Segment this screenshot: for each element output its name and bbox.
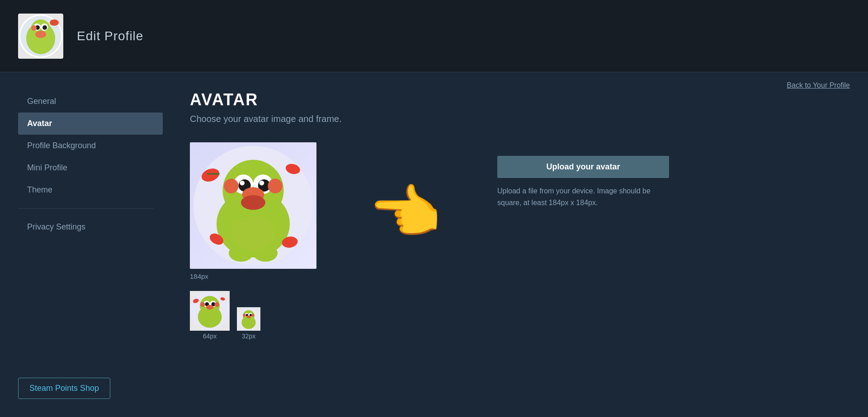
sidebar-nav: General Avatar Profile Background Mini P… <box>18 90 163 238</box>
svg-point-53 <box>251 314 254 317</box>
svg-point-31 <box>232 216 275 250</box>
header-avatar <box>18 14 63 59</box>
svg-point-10 <box>50 19 59 26</box>
steam-points-shop-button[interactable]: Steam Points Shop <box>18 378 110 399</box>
page-title: Edit Profile <box>77 29 143 43</box>
avatar-64-item: 64px <box>190 291 230 340</box>
svg-point-22 <box>224 179 238 193</box>
svg-point-8 <box>35 31 46 38</box>
svg-point-40 <box>200 302 205 307</box>
svg-point-9 <box>31 25 37 31</box>
svg-point-39 <box>206 305 213 310</box>
svg-point-19 <box>259 181 264 186</box>
svg-point-52 <box>243 314 246 317</box>
avatar-small-previews: 64px <box>190 291 260 340</box>
sidebar-item-general[interactable]: General <box>18 90 163 112</box>
back-to-profile-link[interactable]: Back to Your Profile <box>787 81 850 89</box>
avatar-pointer-area: 👉 <box>344 142 470 247</box>
header-avatar-image <box>18 14 63 59</box>
avatar-32-item: 32px <box>237 307 260 340</box>
sidebar-bottom: Steam Points Shop <box>18 378 163 399</box>
avatar-preview-64 <box>190 291 230 331</box>
upload-avatar-button[interactable]: Upload your avatar <box>497 156 669 178</box>
avatar-section-subtitle: Choose your avatar image and frame. <box>190 114 841 124</box>
svg-point-41 <box>215 302 220 307</box>
avatar-display-area: 184px <box>190 142 841 340</box>
sidebar-item-theme[interactable]: Theme <box>18 179 163 201</box>
avatar-main-size-label: 184px <box>190 272 208 280</box>
sidebar-divider <box>18 208 154 209</box>
svg-point-23 <box>268 179 282 193</box>
avatar-32-label: 32px <box>242 333 255 340</box>
svg-point-21 <box>241 195 265 210</box>
header-bar: Edit Profile <box>0 0 868 72</box>
avatar-preview-32 <box>237 307 260 331</box>
svg-point-7 <box>42 25 47 30</box>
sidebar-item-avatar[interactable]: Avatar <box>18 112 163 135</box>
avatar-previews: 184px <box>190 142 316 340</box>
upload-area: Upload your avatar Upload a file from yo… <box>497 142 669 208</box>
sidebar-item-profile-background[interactable]: Profile Background <box>18 135 163 157</box>
content-area: Back to Your Profile AVATAR Choose your … <box>163 72 868 417</box>
pointing-hand-icon: 👉 <box>370 178 443 247</box>
avatar-preview-main <box>190 142 316 269</box>
avatar-section-title: AVATAR <box>190 90 841 109</box>
main-layout: General Avatar Profile Background Mini P… <box>0 72 868 417</box>
sidebar: General Avatar Profile Background Mini P… <box>0 72 163 417</box>
avatar-64-label: 64px <box>203 333 217 340</box>
sidebar-item-mini-profile[interactable]: Mini Profile <box>18 157 163 179</box>
upload-description: Upload a file from your device. Image sh… <box>497 185 669 208</box>
avatar-main-image <box>192 145 314 267</box>
svg-point-51 <box>246 315 250 318</box>
svg-point-18 <box>240 181 245 186</box>
sidebar-item-privacy-settings[interactable]: Privacy Settings <box>18 216 163 238</box>
